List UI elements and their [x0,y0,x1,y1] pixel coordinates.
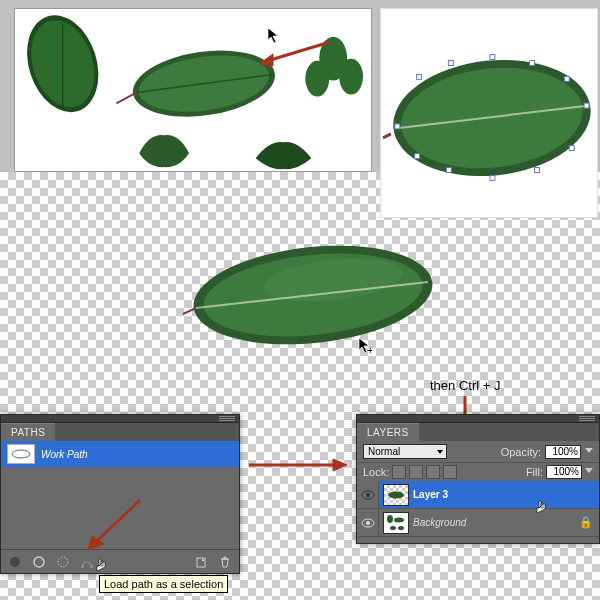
svg-point-31 [12,450,30,458]
annotation-ctrl-j: then Ctrl + J [430,378,500,393]
tooltip-load-path: Load path as a selection [99,575,228,593]
svg-point-33 [34,557,44,567]
svg-point-47 [390,526,396,530]
panel-grip[interactable] [357,415,599,423]
svg-marker-8 [259,54,273,66]
arrow-right-icon [245,450,350,480]
panel-grip[interactable] [1,415,239,423]
svg-point-41 [366,493,370,497]
path-thumbnail [7,444,35,464]
svg-rect-36 [90,565,93,568]
isolated-leaf-image [178,240,438,355]
layer-row-layer3[interactable]: Layer 3 [357,481,599,509]
arrow-cursor-icon: + [358,337,372,355]
opacity-chevron-icon[interactable] [585,448,593,456]
svg-rect-21 [446,168,451,173]
fill-input[interactable]: 100% [546,465,582,479]
svg-marker-30 [333,459,347,471]
layer-name: Background [413,517,466,528]
lock-position-icon[interactable] [426,465,440,479]
arrow-to-load-icon [80,494,150,554]
svg-point-5 [339,59,363,95]
svg-point-48 [398,526,404,530]
blend-mode-dropdown[interactable]: Normal [363,444,447,459]
layers-controls-row: Normal Opacity: 100% [357,441,599,462]
svg-rect-14 [490,55,495,60]
fill-label: Fill: [526,466,543,478]
arrow-icon [255,39,335,69]
svg-rect-37 [197,558,205,567]
lock-transparent-icon[interactable] [392,465,406,479]
svg-rect-17 [584,103,589,108]
svg-rect-20 [490,175,495,180]
svg-point-34 [58,557,68,567]
layers-tab[interactable]: LAYERS [357,423,419,441]
svg-point-44 [366,521,370,525]
layer-thumbnail[interactable] [383,484,409,506]
svg-rect-11 [395,124,400,129]
work-path-label: Work Path [41,449,88,460]
svg-rect-18 [569,146,574,151]
opacity-label: Opacity: [501,446,541,458]
svg-rect-35 [81,565,84,568]
svg-point-42 [388,491,404,498]
make-workpath-icon[interactable] [79,554,95,570]
pointer-cursor-icon [534,500,548,518]
visibility-toggle-icon[interactable] [357,481,379,508]
pointer-cursor-icon [94,558,108,576]
fill-path-icon[interactable] [7,554,23,570]
lock-icon: 🔒 [579,516,593,529]
layer-row-background[interactable]: Background 🔒 [357,509,599,537]
lock-image-icon[interactable] [409,465,423,479]
layer-thumbnail[interactable] [383,512,409,534]
opacity-input[interactable]: 100% [545,445,581,459]
lock-all-icon[interactable] [443,465,457,479]
svg-rect-19 [535,168,540,173]
svg-line-7 [267,42,330,61]
svg-line-38 [96,500,140,542]
closeup-leaf-image [380,8,598,218]
stroke-path-icon[interactable] [31,554,47,570]
svg-point-46 [394,517,404,522]
svg-rect-16 [564,76,569,81]
layers-panel: LAYERS Normal Opacity: 100% Lock: Fill: … [356,414,600,544]
svg-point-45 [387,515,393,523]
svg-text:+: + [367,344,372,355]
delete-path-icon[interactable] [217,554,233,570]
source-image-leaves [14,8,372,172]
fill-chevron-icon[interactable] [585,468,593,476]
svg-rect-13 [448,61,453,66]
lock-label: Lock: [363,466,389,478]
lock-row: Lock: Fill: 100% [357,462,599,481]
path-item-workpath[interactable]: Work Path [1,441,239,467]
paths-tab[interactable]: PATHS [1,423,55,441]
layer-name: Layer 3 [413,489,448,500]
load-path-selection-icon[interactable] [55,554,71,570]
svg-rect-15 [530,61,535,66]
svg-point-32 [10,557,20,567]
visibility-toggle-icon[interactable] [357,509,379,536]
svg-rect-12 [417,74,422,79]
svg-rect-22 [415,154,420,159]
new-path-icon[interactable] [193,554,209,570]
